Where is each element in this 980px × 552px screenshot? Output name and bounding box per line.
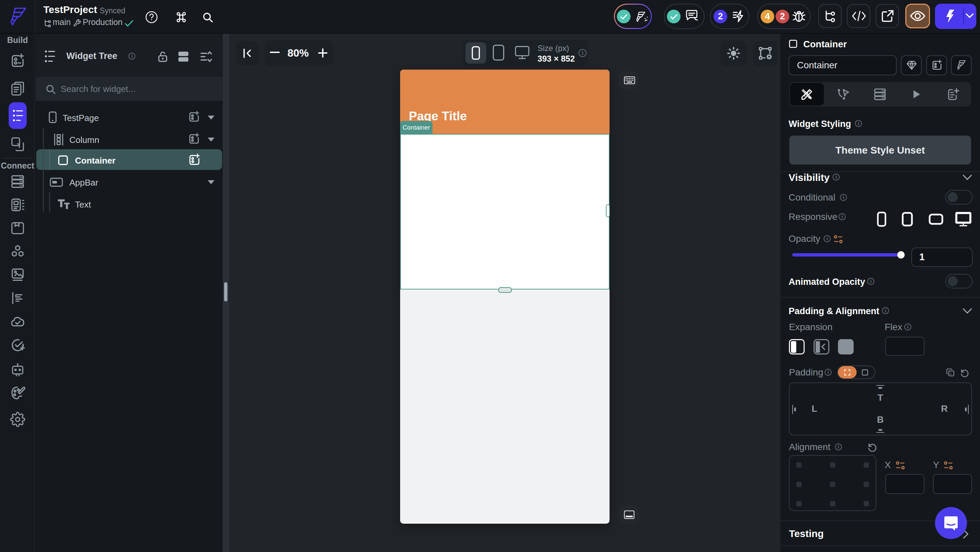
svg-text:c: c <box>950 372 951 376</box>
